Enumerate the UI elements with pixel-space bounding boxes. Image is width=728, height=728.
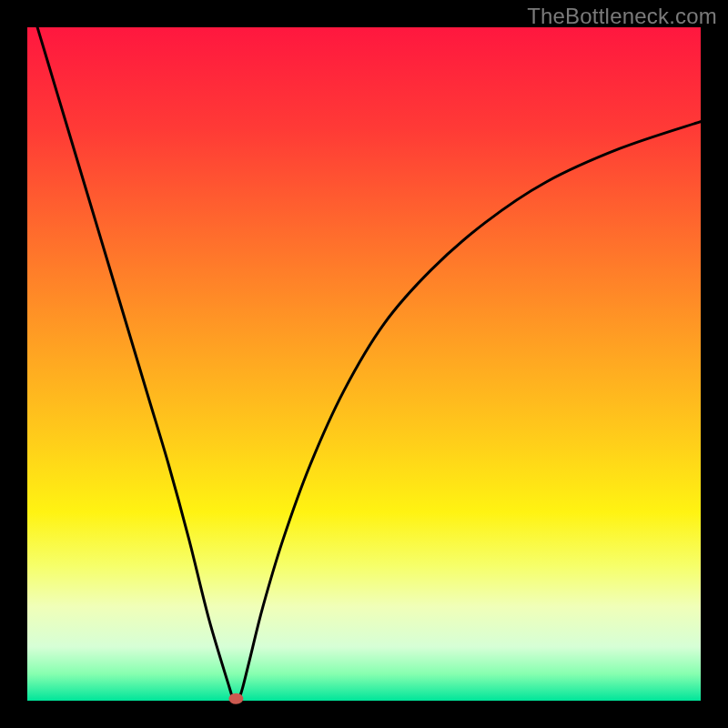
plot-background xyxy=(27,27,701,701)
bottleneck-chart xyxy=(0,0,728,728)
chart-frame: TheBottleneck.com xyxy=(0,0,728,728)
optimal-point xyxy=(228,693,243,704)
watermark-label: TheBottleneck.com xyxy=(527,4,717,29)
